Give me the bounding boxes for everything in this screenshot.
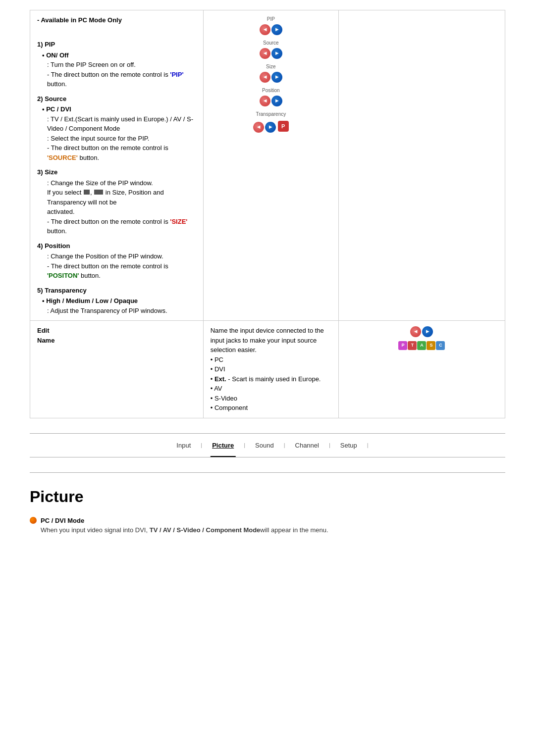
page-wrapper: - Available in PC Mode Only 1) PIP • ON/… — [0, 0, 535, 548]
pc-dvi-mode-title: PC / DVI Mode — [41, 516, 328, 526]
size-btn-left[interactable] — [260, 72, 270, 83]
edit-name-btn-left[interactable] — [410, 326, 421, 337]
size-icon-group: Size — [211, 63, 331, 83]
pc-dvi-mode-item: PC / DVI Mode When you input video signa… — [30, 516, 505, 535]
small-square-icon — [84, 190, 90, 195]
transparency-desc: : Adjust the Transparency of PIP windows… — [37, 306, 196, 316]
source-desc2: : Select the input source for the PIP. — [37, 134, 196, 144]
pip-section-title: 1) PIP — [37, 40, 196, 50]
source-icon-group: Source — [211, 39, 331, 59]
position-direct: - The direct button on the remote contro… — [37, 261, 196, 281]
pip-icon-label: PIP — [211, 15, 331, 23]
edit-name-icon-cell: P T A S C — [338, 321, 505, 418]
main-content-table: - Available in PC Mode Only 1) PIP • ON/… — [30, 10, 505, 418]
transparency-section-title: 5) Transparency — [37, 286, 196, 296]
picture-title: Picture — [30, 488, 505, 506]
pc-dvi-mode-icon — [30, 517, 37, 524]
source-btn-pair — [260, 48, 282, 59]
nav-item-sound[interactable]: Sound — [245, 440, 284, 451]
transparency-btn-left[interactable] — [253, 122, 264, 133]
nav-active-underline — [211, 456, 235, 457]
position-icon-label: Position — [211, 87, 331, 94]
pip-icon-cell: PIP Source Size — [203, 10, 338, 321]
nav-sep-5: | — [367, 442, 369, 448]
source-highlight: 'SOURCE' — [47, 154, 78, 161]
pip-btn-right[interactable] — [271, 24, 282, 35]
transparency-icon-label: Transparency — [211, 110, 331, 118]
edit-pc: • PC — [211, 355, 331, 365]
pip-btn-pair — [260, 24, 282, 35]
p-button[interactable]: P — [278, 121, 289, 132]
size-desc3: activated. — [37, 207, 196, 217]
pip-on-off-direct: - The direct button on the remote contro… — [37, 70, 196, 89]
pip-btn-left[interactable] — [260, 24, 270, 35]
source-section-title: 2) Source — [37, 94, 196, 104]
edit-av: • AV — [211, 384, 331, 394]
ptasc-a-btn[interactable]: A — [417, 341, 426, 350]
position-btn-left[interactable] — [260, 96, 270, 106]
ptasc-t-btn[interactable]: T — [408, 341, 417, 350]
transparency-icon-group: Transparency P — [211, 110, 331, 133]
pip-highlight: 'PIP' — [170, 71, 183, 78]
edit-svideo: • S-Video — [211, 394, 331, 403]
available-pc-label: - Available in PC Mode Only — [37, 15, 196, 25]
edit-name-icon-group: P T A S C — [346, 326, 498, 350]
source-btn-left[interactable] — [260, 48, 270, 59]
edit-name-content: Name the input device connected to the i… — [203, 321, 338, 418]
size-btn-pair — [260, 72, 282, 83]
ptasc-s-btn[interactable]: S — [427, 341, 435, 350]
size-highlight: 'SIZE' — [170, 218, 187, 225]
mode-desc-bold: TV / AV / S-Video / Component Mode — [150, 526, 261, 534]
edit-ext-bold: Ext. — [214, 375, 226, 383]
edit-component: • Component — [211, 403, 331, 413]
table-row-pip: - Available in PC Mode Only 1) PIP • ON/… — [30, 10, 505, 321]
pip-on-off-bullet: • ON/ Off — [37, 50, 196, 60]
position-icon-group: Position — [211, 87, 331, 106]
transparency-bullet: • High / Medium / Low / Opaque — [37, 296, 196, 306]
edit-dvi: • DVI — [211, 364, 331, 374]
source-desc1: : TV / Ext.(Scart is mainly used in Euro… — [37, 114, 196, 134]
pc-dvi-mode-desc: When you input video signal into DVI, TV… — [41, 525, 328, 535]
pip-on-off-desc: : Turn the PIP Screen on or off. — [37, 60, 196, 70]
source-btn-right[interactable] — [271, 48, 282, 59]
source-bullet: • PC / DVI — [37, 104, 196, 114]
position-highlight: 'POSITON' — [47, 272, 79, 279]
edit-name-desc: Name the input device connected to the i… — [211, 326, 331, 355]
size-direct: - The direct button on the remote contro… — [37, 217, 196, 236]
nav-bar: Input | Picture | Sound | Channel | Setu… — [30, 433, 505, 457]
position-desc: : Change the Position of the PIP window. — [37, 252, 196, 261]
small-square-wide-icon — [94, 190, 103, 195]
edit-name-label: EditName — [30, 321, 204, 418]
transparency-btn-pair — [253, 122, 276, 133]
pip-content-cell: - Available in PC Mode Only 1) PIP • ON/… — [30, 10, 204, 321]
position-btn-pair — [260, 96, 282, 106]
ptasc-p-btn[interactable]: P — [398, 341, 407, 350]
edit-name-btn-right[interactable] — [422, 326, 433, 337]
ptasc-group-wrapper: P T A S C — [346, 339, 498, 350]
nav-item-input[interactable]: Input — [166, 440, 201, 451]
nav-item-setup[interactable]: Setup — [330, 440, 367, 451]
position-section-title: 4) Position — [37, 241, 196, 251]
table-row-edit-name: EditName Name the input device connected… — [30, 321, 505, 418]
nav-item-picture[interactable]: Picture — [202, 440, 244, 451]
edit-name-btn-pair — [410, 326, 433, 337]
source-icon-label: Source — [211, 39, 331, 47]
position-btn-right[interactable] — [271, 96, 282, 106]
size-section-title: 3) Size — [37, 167, 196, 177]
size-desc2: If you select , in Size, Position and Tr… — [37, 188, 196, 207]
transparency-btn-right[interactable] — [265, 122, 276, 133]
ptasc-c-btn[interactable]: C — [436, 341, 445, 350]
size-desc1: : Change the Size of the PIP window. — [37, 178, 196, 188]
ptasc-buttons: P T A S C — [398, 341, 445, 350]
nav-item-channel[interactable]: Channel — [285, 440, 329, 451]
section-divider — [30, 472, 505, 473]
size-btn-right[interactable] — [271, 72, 282, 83]
pc-dvi-mode-content: PC / DVI Mode When you input video signa… — [41, 516, 328, 535]
picture-section: Picture PC / DVI Mode When you input vid… — [30, 488, 505, 535]
edit-ext: • Ext. - Scart is mainly used in Europe. — [211, 374, 331, 384]
source-direct: - The direct button on the remote contro… — [37, 143, 196, 162]
pip-icon-group: PIP — [211, 15, 331, 35]
size-icon-label: Size — [211, 63, 331, 70]
